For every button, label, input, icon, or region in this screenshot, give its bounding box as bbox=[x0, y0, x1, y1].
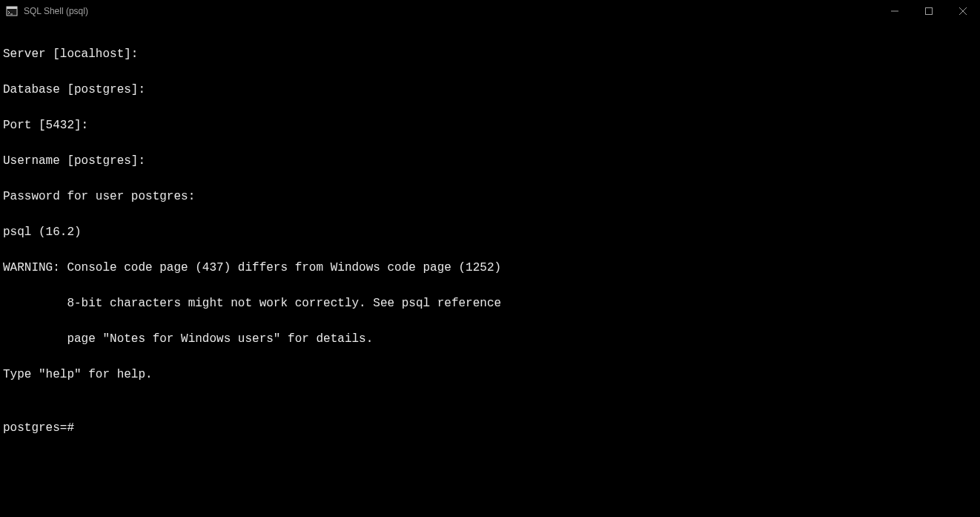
terminal-line: page "Notes for Windows users" for detai… bbox=[3, 330, 977, 348]
terminal-line: psql (16.2) bbox=[3, 223, 977, 241]
terminal-line: Type "help" for help. bbox=[3, 366, 977, 383]
terminal-line: Port [5432]: bbox=[3, 116, 977, 134]
minimize-button[interactable] bbox=[878, 0, 912, 23]
terminal-content[interactable]: Server [localhost]: Database [postgres]:… bbox=[0, 23, 980, 459]
titlebar: SQL Shell (psql) bbox=[0, 0, 980, 23]
terminal-line: Server [localhost]: bbox=[3, 45, 977, 63]
terminal-prompt: postgres=# bbox=[3, 419, 977, 437]
terminal-line: Database [postgres]: bbox=[3, 81, 977, 99]
svg-rect-4 bbox=[926, 8, 933, 15]
terminal-line: Password for user postgres: bbox=[3, 188, 977, 205]
window-controls bbox=[878, 0, 980, 23]
svg-rect-1 bbox=[7, 7, 17, 9]
terminal-line: WARNING: Console code page (437) differs… bbox=[3, 259, 977, 277]
window-title: SQL Shell (psql) bbox=[24, 6, 88, 16]
terminal-icon bbox=[6, 5, 18, 17]
close-button[interactable] bbox=[946, 0, 980, 23]
terminal-line: Username [postgres]: bbox=[3, 152, 977, 170]
titlebar-left: SQL Shell (psql) bbox=[6, 5, 88, 17]
maximize-button[interactable] bbox=[912, 0, 946, 23]
terminal-line: 8-bit characters might not work correctl… bbox=[3, 294, 977, 312]
